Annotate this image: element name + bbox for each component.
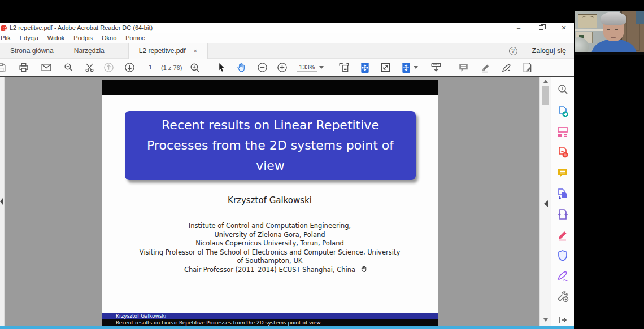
- menu-bar: Plik Edycja Widok Podpis Okno Pomoc: [0, 33, 574, 43]
- previous-page-icon[interactable]: [103, 62, 114, 73]
- tab-bar: Strona główna Narzędzia L2 repetitve.pdf…: [0, 43, 574, 59]
- webcam-person-eye: [615, 29, 618, 30]
- window-controls: – ✕: [514, 23, 572, 33]
- close-button[interactable]: ✕: [559, 24, 568, 32]
- comment-icon[interactable]: [458, 63, 469, 73]
- slide-footer-author-bar: Krzysztof Galkowski: [102, 313, 438, 319]
- tools-panel: [551, 77, 574, 326]
- scroll-down-icon[interactable]: [543, 318, 548, 322]
- slide-author: Krzysztof Galkowski: [102, 195, 438, 205]
- content-area: Recent results on Linear Repetitive Proc…: [0, 77, 574, 326]
- toolbar-divider: [208, 62, 208, 73]
- organize-pages-icon[interactable]: [556, 126, 569, 138]
- search-icon[interactable]: [64, 63, 73, 72]
- expand-panel-icon[interactable]: [556, 314, 569, 326]
- title-bar: L2 repetitve.pdf - Adobe Acrobat Reader …: [0, 23, 574, 33]
- slide-footer-author: Krzysztof Galkowski: [116, 313, 166, 319]
- combine-files-icon[interactable]: [556, 187, 569, 200]
- fill-and-sign-icon[interactable]: [556, 270, 569, 282]
- compress-pdf-icon[interactable]: [556, 208, 569, 220]
- more-tools-icon[interactable]: [556, 290, 569, 302]
- hand-tool-icon[interactable]: [236, 62, 247, 73]
- search-tools-icon[interactable]: [556, 83, 569, 95]
- webcam-person-eye: [607, 29, 610, 30]
- menu-podpis[interactable]: Podpis: [69, 34, 97, 41]
- restore-icon: [539, 25, 543, 30]
- affiliation-line: Institute of Control and Computation Eng…: [102, 222, 438, 231]
- webcam-shelf-box: [578, 14, 597, 28]
- fill-sign-icon[interactable]: [501, 63, 512, 73]
- print-icon[interactable]: [19, 63, 29, 72]
- tab-close-icon[interactable]: ×: [193, 47, 197, 54]
- slide-footer-title-bar: Recent results on Linear Repetitive Proc…: [102, 319, 438, 326]
- zoom-in-icon[interactable]: [277, 62, 288, 73]
- left-panel-collapse-icon[interactable]: [0, 198, 3, 205]
- webcam-window: [636, 11, 644, 24]
- export-pdf-icon[interactable]: [556, 105, 569, 117]
- panel-divider: [555, 310, 570, 310]
- window-title: L2 repetitve.pdf - Adobe Acrobat Reader …: [10, 24, 153, 31]
- webcam-person-mouth: [611, 37, 616, 38]
- slide-top-black-bar: [102, 80, 438, 95]
- sign-in-button[interactable]: Zaloguj się: [532, 47, 566, 55]
- affiliation-line: Nicolaus Copernicus University, Torun, P…: [102, 239, 438, 248]
- fit-page-icon[interactable]: [360, 62, 370, 73]
- acrobat-app-icon: [1, 25, 7, 31]
- edit-pdf-icon[interactable]: [556, 229, 569, 241]
- webcam-bottom-bar: [575, 52, 644, 55]
- main-toolbar: (1 z 76) 133%: [0, 59, 574, 77]
- view-mode-caret-icon[interactable]: [414, 66, 418, 69]
- scroll-up-icon[interactable]: [543, 80, 548, 83]
- menu-plik[interactable]: Plik: [0, 34, 15, 41]
- zoom-out-icon[interactable]: [257, 62, 268, 73]
- tab-document-label: L2 repetitve.pdf: [139, 47, 186, 55]
- zoom-level-value: 133%: [299, 64, 315, 71]
- screen: L2 repetitve.pdf - Adobe Acrobat Reader …: [0, 0, 644, 329]
- affiliation-line: Chair Professor (2011–2014) ECUST Shangh…: [102, 266, 438, 275]
- menu-pomoc[interactable]: Pomoc: [121, 34, 149, 41]
- highlight-icon[interactable]: [480, 63, 491, 73]
- help-icon[interactable]: ?: [509, 47, 517, 55]
- slide-title-box: Recent results on Linear Repetitive Proc…: [125, 111, 416, 180]
- scrolling-mode-icon[interactable]: [338, 62, 350, 73]
- scrollbar-thumb[interactable]: [542, 86, 549, 105]
- protect-pdf-icon[interactable]: [556, 249, 569, 261]
- tools-panel-collapse-icon[interactable]: [544, 200, 548, 207]
- menu-edycja[interactable]: Edycja: [15, 34, 43, 41]
- zoom-level-select[interactable]: 133%: [297, 64, 317, 72]
- more-tools-page-icon[interactable]: [522, 62, 533, 73]
- select-tool-icon[interactable]: [217, 63, 226, 72]
- save-icon[interactable]: [0, 63, 6, 72]
- menu-okno[interactable]: Okno: [97, 34, 121, 41]
- tab-document[interactable]: L2 repetitve.pdf ×: [128, 43, 208, 59]
- tab-home[interactable]: Strona główna: [0, 43, 64, 59]
- next-page-icon[interactable]: [124, 62, 135, 73]
- webcam-shelf: [575, 29, 603, 31]
- page-view-mode-icon[interactable]: [401, 62, 411, 73]
- page-count-label: (1 z 76): [161, 64, 182, 71]
- affiliation-line: Visiting Professor of The School of Elec…: [102, 248, 438, 257]
- email-icon[interactable]: [41, 63, 51, 72]
- webcam-overlay: [575, 11, 644, 55]
- toolbar-divider: [450, 62, 450, 73]
- fullscreen-icon[interactable]: [380, 62, 391, 73]
- page-number-input[interactable]: [144, 63, 156, 72]
- zoom-caret-icon[interactable]: [319, 66, 324, 69]
- minimize-button[interactable]: –: [514, 24, 523, 32]
- read-mode-icon[interactable]: [430, 62, 442, 73]
- restore-button[interactable]: [537, 24, 546, 32]
- screenshare-border: [0, 326, 574, 329]
- slide-footer-title: Recent results on Linear Repetitive Proc…: [116, 320, 321, 326]
- slide-affiliations: Institute of Control and Computation Eng…: [102, 222, 438, 275]
- marquee-zoom-icon[interactable]: [190, 63, 200, 73]
- document-pane: Recent results on Linear Repetitive Proc…: [5, 77, 539, 326]
- tab-tools[interactable]: Narzędzia: [64, 43, 115, 59]
- pdf-slide: Recent results on Linear Repetitive Proc…: [102, 80, 438, 326]
- menu-widok[interactable]: Widok: [43, 34, 69, 41]
- webcam-person-hair: [601, 12, 626, 25]
- create-pdf-icon[interactable]: [556, 146, 569, 159]
- acrobat-window: L2 repetitve.pdf - Adobe Acrobat Reader …: [0, 23, 574, 329]
- comment-tool-icon[interactable]: [556, 167, 569, 179]
- affiliation-line: of Southampton, UK: [102, 257, 438, 266]
- snapshot-scissors-icon[interactable]: [85, 63, 94, 72]
